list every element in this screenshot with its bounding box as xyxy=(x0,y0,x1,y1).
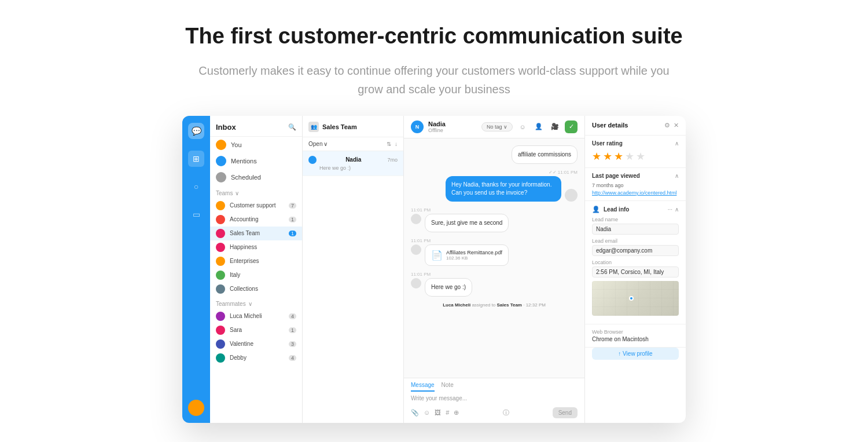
message-1: affiliate commissions xyxy=(512,145,578,164)
assignment-team: Sales Team xyxy=(497,302,522,308)
last-page-url[interactable]: http://www.academy.io/centered.html xyxy=(592,190,676,196)
team-icon-ent xyxy=(216,257,225,266)
team-happiness[interactable]: Happiness xyxy=(210,240,302,254)
tab-note[interactable]: Note xyxy=(442,382,454,392)
team-icon-ita xyxy=(216,271,225,280)
you-avatar xyxy=(216,140,226,150)
conv-avatar-nadia xyxy=(308,156,317,164)
lead-more-icon[interactable]: ··· xyxy=(668,206,672,213)
compose-placeholder[interactable]: Write your message... xyxy=(404,392,584,405)
team-icon-col xyxy=(216,284,225,294)
image-tool-icon[interactable]: 🖼 xyxy=(435,409,441,416)
nadia-avatar-5 xyxy=(411,278,421,288)
sidebar: 💬 ⊞ ○ ▭ xyxy=(182,116,210,423)
star-5[interactable]: ★ xyxy=(636,150,645,163)
code-tool-icon[interactable]: # xyxy=(446,409,449,416)
rating-chevron[interactable]: ∧ xyxy=(675,140,679,147)
lead-name-label: Lead name xyxy=(592,217,679,222)
video-icon[interactable]: 🎥 xyxy=(549,120,561,133)
message-2-time: ✓✓ 11:01 PM xyxy=(549,170,578,175)
map-grid xyxy=(592,281,679,316)
info-tool-icon[interactable]: ⓘ xyxy=(503,408,509,417)
agent-avatar-2 xyxy=(565,189,578,202)
teammate-label-debby: Debby xyxy=(230,355,247,361)
sidebar-icon-grid[interactable]: ⊞ xyxy=(188,151,204,167)
star-3[interactable]: ★ xyxy=(614,150,623,163)
map-dot xyxy=(629,296,634,301)
chat-messages: affiliate commissions ✓✓ 11:01 PM Hey Na… xyxy=(404,138,584,378)
view-profile-button[interactable]: ↑ View profile xyxy=(592,348,679,360)
teammates-chevron: ∨ xyxy=(248,301,252,307)
inbox-nav-scheduled[interactable]: Scheduled xyxy=(210,169,302,185)
sidebar-icon-page[interactable]: ▭ xyxy=(188,206,204,222)
user-rating-label: User rating xyxy=(592,140,623,147)
team-collections[interactable]: Collections xyxy=(210,282,302,296)
more-tool-icon[interactable]: ⊕ xyxy=(454,409,459,417)
settings-icon[interactable]: ⚙ xyxy=(664,122,670,129)
you-label: You xyxy=(231,141,242,148)
teams-chevron: ∨ xyxy=(235,190,239,196)
teammate-debby[interactable]: Debby 4 xyxy=(210,351,302,365)
scheduled-avatar xyxy=(216,172,226,182)
avatar-val xyxy=(216,339,225,349)
user-rating-header: User rating ∧ xyxy=(592,140,679,147)
chat-tag-btn[interactable]: No tag ∨ xyxy=(481,122,513,131)
lead-chevron[interactable]: ∧ xyxy=(675,206,679,213)
browser-section: Web Browser Chrome on Macintosh xyxy=(585,324,686,348)
filter-open[interactable]: Open ∨ xyxy=(308,141,328,147)
chat-contact-name: Nadia xyxy=(428,120,477,127)
attach-icon[interactable]: 📎 xyxy=(411,409,419,417)
conv-time-nadia: 7mo xyxy=(387,157,398,163)
file-name: Affiliates Remittance.pdf xyxy=(446,250,502,255)
emoji-icon[interactable]: ☺ xyxy=(516,120,529,133)
teammate-sara[interactable]: Sara 1 xyxy=(210,323,302,337)
close-icon[interactable]: ✕ xyxy=(674,122,679,129)
team-italy[interactable]: Italy xyxy=(210,268,302,282)
star-1[interactable]: ★ xyxy=(592,150,601,163)
emoji-tool-icon[interactable]: ☺ xyxy=(424,409,430,416)
user-icon[interactable]: 👤 xyxy=(532,120,545,133)
last-page-label: Last page viewed xyxy=(592,173,640,179)
lead-email-value[interactable]: edgar@company.com xyxy=(592,245,679,256)
teammate-luca[interactable]: Luca Micheli 4 xyxy=(210,309,302,323)
location-label: Location xyxy=(592,260,679,265)
tab-message[interactable]: Message xyxy=(411,382,435,392)
star-4[interactable]: ★ xyxy=(625,150,634,163)
last-page-chevron[interactable]: ∧ xyxy=(675,173,679,179)
team-sales[interactable]: Sales Team 1 xyxy=(210,227,302,240)
last-page-time: 7 months ago xyxy=(592,182,679,188)
teammate-label-luca: Luca Micheli xyxy=(230,313,262,319)
star-rating: ★ ★ ★ ★ ★ xyxy=(592,150,679,163)
team-enterprises[interactable]: Enterprises xyxy=(210,254,302,268)
details-panel: User details ⚙ ✕ User rating ∧ ★ ★ ★ ★ ★ xyxy=(584,116,686,423)
conv-header: 👥 Sales Team xyxy=(303,116,403,137)
teammate-valentine[interactable]: Valentine 3 xyxy=(210,337,302,351)
send-button[interactable]: Send xyxy=(553,407,578,418)
lead-name-value[interactable]: Nadia xyxy=(592,224,679,235)
search-icon[interactable]: 🔍 xyxy=(288,123,296,131)
conv-name-nadia: Nadia xyxy=(345,156,361,163)
conv-title: Sales Team xyxy=(322,123,357,130)
conv-team-icon: 👥 xyxy=(308,122,319,132)
teammates-section-label: Teammates ∨ xyxy=(210,296,302,309)
inbox-nav-mentions[interactable]: Mentions xyxy=(210,153,302,169)
message-bubble-3: Sure, just give me a second xyxy=(425,214,509,232)
conv-item-nadia[interactable]: Nadia 7mo Here we go :) xyxy=(303,151,403,176)
team-customer-support[interactable]: Customer support 7 xyxy=(210,199,302,213)
nadia-avatar-4 xyxy=(411,244,421,255)
sidebar-icon-chat[interactable]: ○ xyxy=(188,178,204,195)
avatar-debby xyxy=(216,353,225,363)
compose-toolbar: 📎 ☺ 🖼 # ⊕ ⓘ Send xyxy=(404,405,584,423)
sidebar-avatar[interactable] xyxy=(188,400,204,416)
filter-icon-sort[interactable]: ⇅ xyxy=(387,141,391,147)
team-accounting[interactable]: Accounting 1 xyxy=(210,213,302,227)
star-2[interactable]: ★ xyxy=(603,150,612,163)
inbox-nav-you[interactable]: You xyxy=(210,137,302,153)
message-bubble-5: Here we go :) xyxy=(425,278,472,297)
inbox-title: Inbox xyxy=(216,123,236,131)
conv-item-header: Nadia 7mo xyxy=(308,156,398,164)
teammates-label-text: Teammates xyxy=(216,301,246,307)
message-bubble-2: Hey Nadia, thanks for your information. … xyxy=(446,176,561,202)
filter-icon-down[interactable]: ↓ xyxy=(395,141,398,147)
resolve-button[interactable]: ✓ xyxy=(565,120,578,133)
